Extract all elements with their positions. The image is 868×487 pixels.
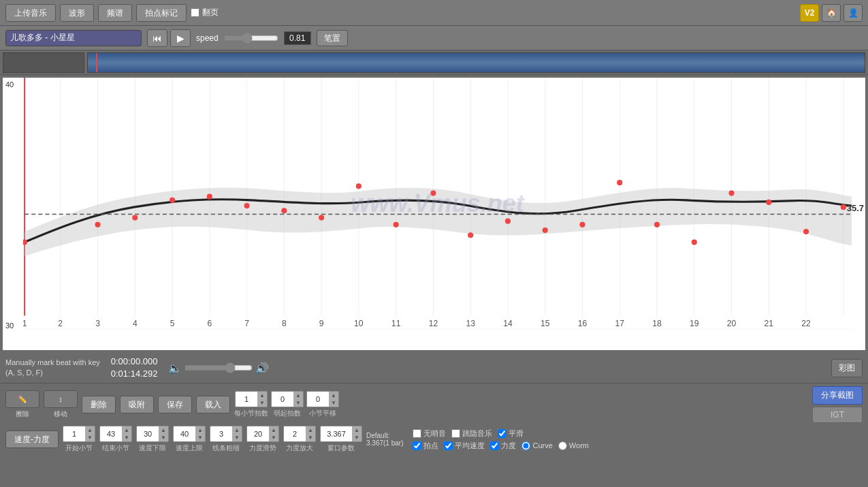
speed-min-input[interactable]: [137, 426, 159, 441]
igt-btn[interactable]: IGT: [812, 407, 863, 423]
page-checkbox-label: 翻页: [191, 7, 219, 18]
start-bar-label: 开始小节: [65, 443, 93, 453]
line-width-group: ▲ ▼ 线条粗细: [210, 426, 242, 453]
startbar-down[interactable]: ▼: [85, 434, 95, 441]
window-param-spinner[interactable]: ▲ ▼: [320, 426, 362, 442]
end-bar-input[interactable]: [100, 426, 122, 441]
spectrum-btn[interactable]: 频谱: [98, 4, 132, 22]
beats-up[interactable]: ▲: [257, 392, 267, 399]
start-bar-input[interactable]: [63, 426, 85, 441]
bar-shift-group: ▲ ▼ 小节平移: [306, 391, 339, 418]
smooth-up[interactable]: ▲: [269, 426, 278, 434]
flat-cb[interactable]: [498, 429, 507, 438]
barshift-down[interactable]: ▼: [329, 399, 338, 407]
svg-text:5: 5: [170, 319, 175, 328]
svg-point-41: [617, 180, 622, 185]
curve-radio[interactable]: [521, 441, 530, 450]
bar-shift-spinner[interactable]: ▲ ▼: [306, 391, 339, 407]
view-btn[interactable]: 彩图: [831, 359, 863, 377]
smooth-input[interactable]: [247, 426, 269, 441]
wave-btn[interactable]: 波形: [60, 4, 94, 22]
play-btn[interactable]: ▶: [170, 29, 191, 47]
smooth-down[interactable]: ▼: [269, 434, 278, 441]
speedmax-down[interactable]: ▼: [195, 434, 205, 441]
force-scale-spinner[interactable]: ▲ ▼: [283, 426, 316, 442]
svg-point-42: [654, 222, 660, 227]
upload-btn[interactable]: 上传音乐: [5, 4, 56, 22]
line-width-spinner[interactable]: ▲ ▼: [210, 426, 242, 442]
home-icon[interactable]: 🏠: [822, 4, 841, 22]
delete-btn[interactable]: 删除: [82, 396, 116, 413]
beats-down[interactable]: ▼: [257, 399, 267, 407]
user-icon[interactable]: 👤: [843, 4, 863, 22]
speed-power-btn[interactable]: 速度-力度: [5, 430, 59, 448]
jump-beat-cb[interactable]: [451, 429, 460, 438]
end-bar-spinner[interactable]: ▲ ▼: [99, 426, 132, 442]
svg-point-28: [132, 215, 138, 220]
beat-cb[interactable]: [413, 441, 421, 450]
linewidth-down[interactable]: ▼: [232, 434, 242, 441]
avg-speed-cb[interactable]: [444, 441, 453, 450]
svg-point-29: [170, 198, 175, 203]
worm-radio-label: Worm: [558, 441, 589, 450]
svg-point-30: [207, 194, 212, 200]
v2-icon[interactable]: V2: [800, 4, 819, 22]
endbar-up[interactable]: ▲: [122, 426, 131, 434]
waveform-main[interactable]: [87, 52, 865, 73]
forcescale-down[interactable]: ▼: [306, 434, 315, 441]
prev-btn[interactable]: ⏮: [147, 29, 167, 47]
no-sound-cb[interactable]: [413, 429, 421, 438]
svg-text:8: 8: [282, 319, 287, 328]
start-bar-spinner[interactable]: ▲ ▼: [63, 426, 95, 442]
speed-label: speed: [196, 33, 219, 43]
window-param-input[interactable]: [321, 426, 352, 441]
linewidth-up[interactable]: ▲: [232, 426, 242, 434]
start-beat-input[interactable]: [272, 392, 293, 407]
svg-point-34: [356, 183, 361, 189]
beatmark-btn[interactable]: 拍点标记: [136, 4, 187, 22]
volume-slider[interactable]: [184, 362, 253, 373]
svg-text:2: 2: [58, 319, 63, 328]
bar-shift-input[interactable]: [307, 392, 329, 407]
speed-slider[interactable]: [224, 33, 278, 44]
speedmax-up[interactable]: ▲: [195, 426, 205, 434]
speedmin-up[interactable]: ▲: [159, 426, 168, 434]
beats-per-bar-spinner[interactable]: ▲ ▼: [235, 391, 268, 407]
svg-text:15: 15: [541, 319, 550, 328]
forcescale-up[interactable]: ▲: [306, 426, 315, 434]
song-name-input[interactable]: [5, 30, 142, 46]
speedmin-down[interactable]: ▼: [159, 434, 168, 441]
windowparam-up[interactable]: ▲: [352, 426, 361, 434]
svg-text:11: 11: [391, 319, 401, 328]
startbar-up[interactable]: ▲: [85, 426, 95, 434]
confirm-btn[interactable]: 笔置: [317, 30, 348, 46]
erase-icon-btn[interactable]: ✏️: [5, 390, 39, 408]
beats-per-bar-input[interactable]: [236, 392, 257, 407]
start-beat-spinner[interactable]: ▲ ▼: [271, 391, 304, 407]
start-label: 弱起拍数: [274, 409, 301, 418]
save-btn[interactable]: 保存: [158, 396, 192, 413]
share-btn[interactable]: 分享截图: [812, 386, 863, 405]
force-cb-label: 力度: [490, 441, 516, 451]
force-cb[interactable]: [490, 441, 499, 450]
svg-point-27: [95, 222, 100, 227]
waveform-display: [88, 53, 865, 72]
windowparam-down[interactable]: ▼: [352, 434, 361, 441]
smooth-spinner[interactable]: ▲ ▼: [246, 426, 279, 442]
absorb-btn[interactable]: 吸附: [120, 396, 154, 413]
endbar-down[interactable]: ▼: [122, 434, 131, 441]
speed-min-spinner[interactable]: ▲ ▼: [136, 426, 169, 442]
line-width-input[interactable]: [210, 426, 232, 441]
force-scale-input[interactable]: [284, 426, 306, 441]
import-btn[interactable]: 载入: [196, 396, 230, 413]
chart-container[interactable]: 40 30: [3, 78, 865, 350]
startbeat-down[interactable]: ▼: [293, 399, 303, 407]
barshift-up[interactable]: ▲: [329, 392, 338, 399]
worm-radio[interactable]: [558, 441, 567, 450]
speed-max-spinner[interactable]: ▲ ▼: [173, 426, 206, 442]
page-checkbox[interactable]: [191, 8, 199, 17]
move-icon-btn[interactable]: ↕️: [44, 390, 78, 408]
speed-max-input[interactable]: [174, 426, 195, 441]
startbeat-up[interactable]: ▲: [293, 392, 303, 399]
y-axis-max: 40: [5, 80, 14, 89]
